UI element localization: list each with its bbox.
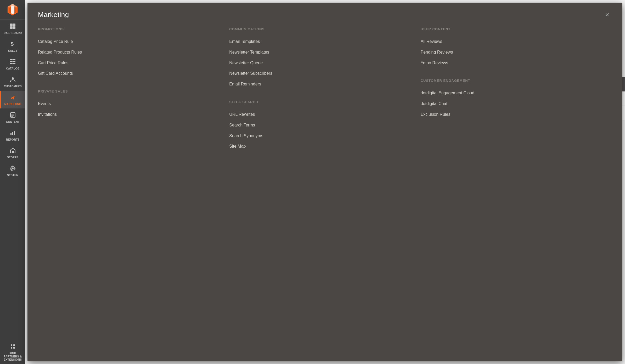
svg-rect-11 [10, 61, 13, 62]
menu-item-newsletter-queue[interactable]: Newsletter Queue [229, 58, 415, 68]
svg-rect-18 [11, 114, 14, 114]
stores-icon [10, 148, 16, 154]
menu-item-catalog-price-rule[interactable]: Catalog Price Rule [38, 36, 224, 47]
menu-item-exclusion-rules[interactable]: Exclusion Rules [421, 109, 607, 120]
catalog-icon [10, 59, 16, 66]
private-sales-section-title: Private Sales [38, 89, 224, 93]
svg-point-30 [13, 347, 15, 349]
menu-item-pending-reviews[interactable]: Pending Reviews [421, 47, 607, 58]
menu-item-all-reviews[interactable]: All Reviews [421, 36, 607, 47]
menu-item-search-synonyms[interactable]: Search Synonyms [229, 131, 415, 141]
marketing-icon [10, 94, 16, 101]
svg-rect-5 [13, 24, 15, 26]
svg-rect-26 [11, 344, 12, 346]
menu-section-user-content: User Content All Reviews Pending Reviews… [421, 27, 607, 68]
menu-item-dotdigital-chat[interactable]: dotdigital Chat [421, 99, 607, 109]
content-icon [10, 112, 16, 119]
svg-rect-20 [11, 116, 13, 117]
sidebar-item-catalog[interactable]: CATALOG [0, 55, 25, 73]
menu-item-events[interactable]: Events [38, 99, 224, 109]
svg-rect-4 [10, 24, 13, 26]
overlay-header: Marketing × [27, 3, 622, 25]
sidebar-item-label-customers: CUSTOMERS [4, 85, 22, 88]
svg-rect-9 [10, 59, 13, 60]
sidebar-item-label-dashboard: DASHBOARD [4, 32, 22, 35]
communications-section-title: Communications [229, 27, 415, 31]
menu-column-communications: Communications Email Templates Newslette… [229, 27, 420, 354]
svg-rect-24 [12, 151, 14, 153]
marketing-dropdown-overlay: Marketing × Promotions Catalog Price Rul… [27, 3, 622, 361]
sidebar-logo [0, 0, 25, 20]
svg-rect-12 [13, 61, 15, 62]
sidebar-item-content[interactable]: CONTENT [0, 108, 25, 126]
user-content-section-title: User Content [421, 27, 607, 31]
sidebar-item-system[interactable]: SYSTEM [0, 162, 25, 180]
menu-section-customer-engagement: Customer Engagement dotdigital Engagemen… [421, 79, 607, 120]
menu-section-seo-search: SEO & Search URL Rewrites Search Terms S… [229, 100, 415, 152]
svg-rect-13 [10, 63, 13, 64]
menu-item-newsletter-subscribers[interactable]: Newsletter Subscribers [229, 68, 415, 79]
promotions-section-title: Promotions [38, 27, 224, 31]
svg-point-16 [11, 98, 13, 99]
svg-text:$: $ [11, 41, 14, 47]
sidebar-item-label-reports: REPORTS [6, 138, 20, 141]
menu-item-cart-price-rules[interactable]: Cart Price Rules [38, 58, 224, 68]
menu-section-promotions: Promotions Catalog Price Rule Related Pr… [38, 27, 224, 79]
svg-rect-7 [13, 26, 15, 29]
sales-icon: $ [10, 41, 16, 48]
system-icon [10, 165, 16, 172]
sidebar-item-label-system: SYSTEM [7, 174, 19, 177]
main-area: ↓ Priority 0 Marketing × Promotions Cata… [25, 0, 625, 364]
overlay-title: Marketing [38, 11, 69, 19]
sidebar-item-sales[interactable]: $ SALES [0, 37, 25, 55]
svg-point-15 [12, 77, 14, 79]
menu-item-yotpo-reviews[interactable]: Yotpo Reviews [421, 58, 607, 68]
svg-rect-22 [12, 132, 13, 135]
reports-icon [10, 130, 16, 137]
sidebar-item-label-sales: SALES [8, 49, 18, 53]
menu-item-gift-card-accounts[interactable]: Gift Card Accounts [38, 68, 224, 79]
menu-column-promotions: Promotions Catalog Price Rule Related Pr… [38, 27, 229, 354]
seo-search-section-title: SEO & Search [229, 100, 415, 104]
menu-item-search-terms[interactable]: Search Terms [229, 120, 415, 131]
magento-logo-icon [6, 3, 19, 16]
customers-icon [10, 77, 16, 83]
sidebar: DASHBOARD $ SALES CATALOG [0, 0, 25, 364]
menu-item-site-map[interactable]: Site Map [229, 141, 415, 152]
sidebar-item-label-content: CONTENT [6, 120, 20, 124]
sidebar-item-find-partners[interactable]: FIND PARTNERS & EXTENSIONS [0, 340, 25, 364]
menu-item-dotdigital-cloud[interactable]: dotdigital Engagement Cloud [421, 88, 607, 99]
overlay-body: Promotions Catalog Price Rule Related Pr… [27, 25, 622, 361]
menu-section-communications: Communications Email Templates Newslette… [229, 27, 415, 90]
sidebar-item-dashboard[interactable]: DASHBOARD [0, 20, 25, 37]
sidebar-item-label-stores: STORES [7, 156, 19, 159]
svg-point-25 [12, 167, 14, 169]
find-partners-icon [10, 344, 16, 350]
customer-engagement-section-title: Customer Engagement [421, 79, 607, 83]
sidebar-item-marketing[interactable]: MARKETING [0, 91, 25, 108]
menu-item-email-templates[interactable]: Email Templates [229, 36, 415, 47]
menu-item-related-products-rules[interactable]: Related Products Rules [38, 47, 224, 58]
sidebar-item-stores[interactable]: STORES [0, 144, 25, 162]
menu-item-invitations[interactable]: Invitations [38, 109, 224, 120]
menu-item-email-reminders[interactable]: Email Reminders [229, 79, 415, 90]
sidebar-item-label-find-partners: FIND PARTNERS & EXTENSIONS [2, 352, 24, 361]
sidebar-item-customers[interactable]: CUSTOMERS [0, 73, 25, 91]
svg-rect-23 [14, 131, 15, 135]
menu-item-url-rewrites[interactable]: URL Rewrites [229, 109, 415, 120]
svg-rect-14 [13, 63, 15, 64]
close-button[interactable]: × [603, 10, 612, 19]
svg-rect-28 [11, 347, 12, 349]
sidebar-item-label-marketing: MARKETING [4, 103, 21, 106]
dashboard-icon [10, 23, 16, 30]
svg-rect-6 [10, 26, 13, 29]
svg-rect-27 [13, 344, 15, 346]
svg-rect-19 [11, 115, 14, 115]
menu-column-user-content: User Content All Reviews Pending Reviews… [421, 27, 612, 354]
svg-rect-10 [13, 59, 15, 60]
sidebar-item-reports[interactable]: REPORTS [0, 126, 25, 144]
menu-section-private-sales: Private Sales Events Invitations [38, 89, 224, 120]
menu-item-newsletter-templates[interactable]: Newsletter Templates [229, 47, 415, 58]
svg-rect-21 [10, 133, 12, 135]
sidebar-item-label-catalog: CATALOG [6, 67, 19, 70]
